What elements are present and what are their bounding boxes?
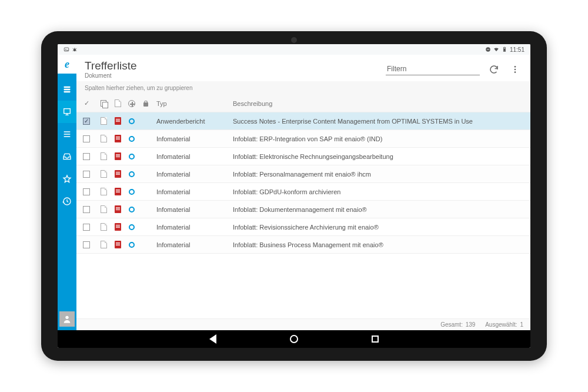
- sidebar-item-history[interactable]: [58, 190, 76, 212]
- status-circle-icon: [129, 242, 135, 248]
- status-circle-icon: [129, 118, 135, 124]
- cell-beschreibung: Infoblatt: GDPdU-konform archivieren: [229, 188, 530, 195]
- sidebar-item-search[interactable]: [58, 101, 76, 123]
- page-subtitle: Dokument: [85, 72, 137, 79]
- cell-typ: Infomaterial: [153, 171, 229, 178]
- row-checkbox[interactable]: [83, 171, 90, 178]
- footer-selected-label: Ausgewählt:: [485, 321, 517, 328]
- svg-rect-9: [64, 89, 71, 91]
- cell-beschreibung: Infoblatt: Elektronische Rechnungseingan…: [229, 153, 530, 160]
- status-circle-icon: [129, 207, 135, 212]
- wifi-icon: [493, 46, 499, 52]
- svg-point-2: [74, 48, 76, 51]
- tablet-frame: 11:51 e: [41, 31, 547, 361]
- row-checkbox[interactable]: [83, 118, 90, 125]
- header-copies-icon[interactable]: [101, 100, 107, 107]
- android-nav-bar: [58, 330, 530, 348]
- tablet-camera: [291, 37, 297, 43]
- cell-typ: Infomaterial: [153, 188, 229, 195]
- table-row[interactable]: InfomaterialInfoblatt: Personalmanagemen…: [76, 165, 530, 183]
- svg-rect-11: [64, 109, 71, 114]
- app-root: e: [58, 55, 530, 330]
- document-icon: [101, 117, 107, 125]
- filter-input[interactable]: [386, 63, 480, 75]
- table-row[interactable]: InfomaterialInfoblatt: Elektronische Rec…: [76, 148, 530, 165]
- pdf-icon: [115, 223, 121, 231]
- user-icon: [62, 314, 72, 324]
- refresh-button[interactable]: [487, 62, 501, 77]
- cell-typ: Infomaterial: [153, 153, 229, 160]
- back-icon: [209, 334, 216, 344]
- header-check-icon[interactable]: ✓: [84, 99, 89, 107]
- table-row[interactable]: InfomaterialInfoblatt: Dokumentenmanagem…: [76, 201, 530, 218]
- row-checkbox[interactable]: [83, 241, 90, 248]
- pdf-icon: [115, 170, 121, 178]
- column-typ[interactable]: Typ: [153, 100, 229, 107]
- app-logo[interactable]: e: [58, 55, 76, 74]
- image-icon: [64, 46, 69, 52]
- pdf-icon: [115, 205, 121, 213]
- svg-rect-8: [64, 87, 71, 88]
- screen: 11:51 e: [58, 44, 530, 348]
- table-row[interactable]: InfomaterialInfoblatt: Revisionssichere …: [76, 218, 530, 236]
- status-circle-icon: [129, 136, 135, 142]
- sidebar-item-user[interactable]: [59, 311, 75, 327]
- archive-icon: [62, 85, 72, 94]
- table-row[interactable]: InfomaterialInfoblatt: GDPdU-konform arc…: [76, 183, 530, 201]
- bug-icon: [72, 46, 78, 52]
- table-row[interactable]: InfomaterialInfoblatt: Business Process …: [76, 236, 530, 254]
- footer-total-value: 139: [466, 321, 476, 328]
- svg-rect-7: [504, 48, 506, 51]
- svg-rect-10: [64, 91, 71, 93]
- cell-typ: Infomaterial: [153, 241, 229, 248]
- cell-typ: Infomaterial: [153, 135, 229, 142]
- document-icon: [101, 241, 107, 248]
- home-icon: [290, 335, 298, 343]
- sidebar-item-inbox[interactable]: [58, 145, 76, 168]
- header: Trefferliste Dokument: [76, 55, 530, 81]
- document-icon: [101, 188, 107, 195]
- table-row[interactable]: AnwenderberichtSuccess Notes - Enterpris…: [76, 112, 530, 130]
- history-icon: [62, 197, 72, 206]
- row-checkbox[interactable]: [83, 188, 90, 195]
- sidebar-item-list[interactable]: [58, 123, 76, 145]
- status-circle-icon: [129, 154, 135, 160]
- pdf-icon: [115, 241, 121, 248]
- nav-back-button[interactable]: [208, 334, 218, 344]
- more-button[interactable]: [508, 62, 522, 77]
- cell-typ: Infomaterial: [153, 224, 229, 231]
- cell-beschreibung: Infoblatt: ERP-Integration von SAP mit e…: [229, 135, 530, 142]
- row-checkbox[interactable]: [83, 135, 90, 142]
- page-title: Trefferliste: [85, 59, 137, 72]
- sidebar-item-archive[interactable]: [58, 78, 76, 101]
- more-vertical-icon: [510, 65, 520, 74]
- svg-point-16: [514, 71, 516, 73]
- cell-beschreibung: Success Notes - Enterprise Content Manag…: [229, 118, 530, 125]
- status-circle-icon: [129, 224, 135, 230]
- row-checkbox[interactable]: [83, 206, 90, 213]
- svg-rect-4: [487, 49, 489, 50]
- row-checkbox[interactable]: [83, 224, 90, 231]
- svg-point-13: [65, 316, 68, 319]
- svg-point-15: [514, 68, 516, 70]
- row-checkbox[interactable]: [83, 153, 90, 160]
- refresh-icon: [489, 64, 499, 75]
- document-icon: [101, 170, 107, 178]
- results-table: ✓ Typ Beschreibung AnwenderberichtSucces…: [76, 95, 530, 318]
- nav-home-button[interactable]: [289, 334, 299, 344]
- cell-beschreibung: Infoblatt: Revisionssichere Archivierung…: [229, 224, 530, 231]
- column-beschreibung[interactable]: Beschreibung: [229, 100, 530, 107]
- document-icon: [101, 135, 107, 142]
- sidebar-item-favorites[interactable]: [58, 168, 76, 190]
- pdf-icon: [115, 152, 121, 160]
- nav-recent-button[interactable]: [370, 334, 380, 344]
- header-page-icon[interactable]: [115, 99, 121, 107]
- pdf-icon: [115, 188, 121, 195]
- cell-typ: Anwenderbericht: [153, 118, 229, 125]
- group-by-hint[interactable]: Spalten hierher ziehen, um zu gruppieren: [76, 81, 530, 95]
- header-lock-icon[interactable]: [143, 101, 149, 107]
- document-icon: [101, 152, 107, 160]
- table-row[interactable]: InfomaterialInfoblatt: ERP-Integration v…: [76, 130, 530, 148]
- header-plus-icon[interactable]: [128, 100, 135, 107]
- pdf-icon: [115, 117, 121, 125]
